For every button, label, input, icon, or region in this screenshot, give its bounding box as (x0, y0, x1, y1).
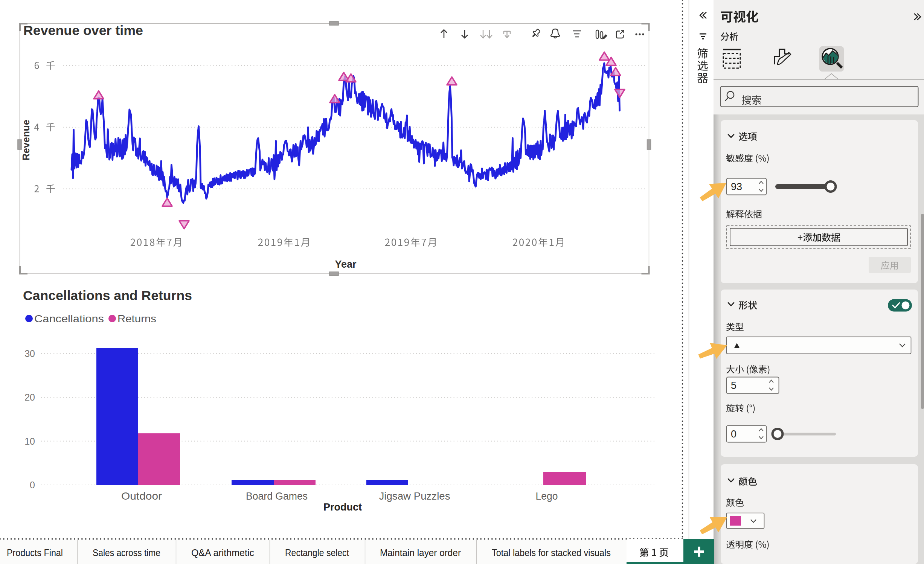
svg-text:Cancellations: Cancellations (34, 313, 104, 325)
svg-text:Returns: Returns (117, 313, 156, 325)
svg-text:20: 20 (24, 392, 35, 402)
svg-text:0: 0 (731, 428, 736, 440)
svg-text:Board Games: Board Games (246, 490, 308, 502)
svg-text:5: 5 (731, 380, 736, 391)
svg-text:93: 93 (731, 181, 742, 192)
svg-text:Lego: Lego (536, 490, 558, 502)
svg-text:Total labels for stacked visua: Total labels for stacked visuals (492, 547, 611, 558)
svg-text:Product: Product (323, 502, 362, 513)
svg-text:Year: Year (335, 259, 357, 270)
svg-text:Revenue: Revenue (20, 120, 32, 160)
svg-text:Products Final: Products Final (7, 547, 63, 558)
svg-text:Jigsaw Puzzles: Jigsaw Puzzles (379, 490, 450, 502)
svg-text:0: 0 (30, 480, 35, 490)
svg-text:Cancellations and Returns: Cancellations and Returns (23, 288, 192, 303)
svg-text:Outdoor: Outdoor (121, 490, 162, 502)
svg-text:30: 30 (24, 348, 35, 359)
svg-text:Sales across time: Sales across time (93, 547, 160, 558)
svg-text:Q&A arithmetic: Q&A arithmetic (191, 547, 254, 558)
svg-text:Rectangle select: Rectangle select (285, 547, 349, 558)
svg-text:Revenue over time: Revenue over time (23, 23, 143, 38)
svg-text:Maintain layer order: Maintain layer order (380, 547, 461, 558)
svg-text:10: 10 (24, 436, 35, 447)
